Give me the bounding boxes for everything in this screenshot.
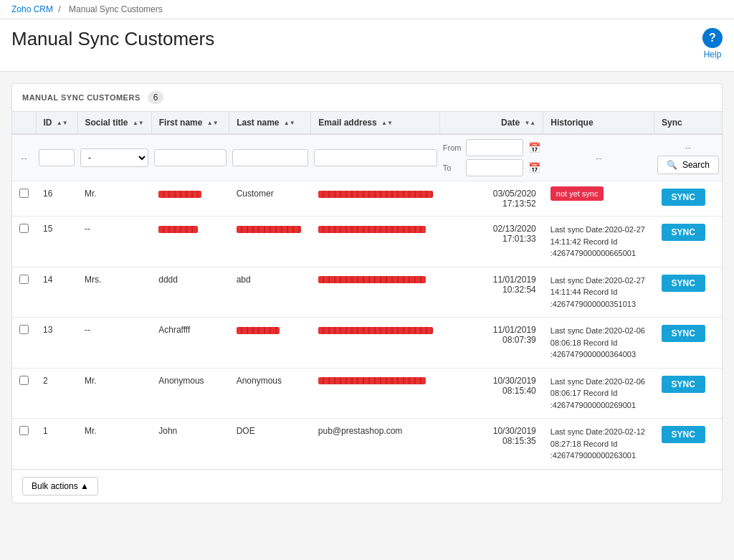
row-checkbox[interactable] — [19, 426, 29, 435]
row-checkbox-cell — [12, 217, 36, 267]
row-date: 10/30/201908:15:40 — [440, 368, 543, 419]
row-email — [311, 267, 440, 318]
filter-email-input[interactable] — [314, 149, 437, 166]
first-name-sort-icon[interactable]: ▲▼ — [207, 120, 219, 126]
search-icon: 🔍 — [667, 160, 677, 170]
row-date: 02/13/202017:01:33 — [440, 217, 543, 267]
filter-search-cell: -- 🔍 Search — [654, 134, 722, 181]
to-label: To — [443, 163, 463, 172]
row-last-name: abd — [229, 267, 311, 318]
bulk-actions-button[interactable]: Bulk actions ▲ — [22, 477, 98, 495]
filter-date-to-input[interactable] — [466, 159, 523, 176]
filter-social-title-cell: - Mr. Mrs. — [77, 134, 151, 181]
row-historique: Last sync Date:2020-02-27 14:11:42 Recor… — [543, 217, 654, 267]
th-email: Email address ▲▼ — [311, 112, 440, 134]
filter-social-title-select[interactable]: - Mr. Mrs. — [80, 148, 148, 167]
row-sync-cell: SYNC — [654, 318, 722, 369]
row-first-name: John — [151, 419, 229, 469]
row-first-name: dddd — [151, 267, 229, 318]
row-last-name: DOE — [229, 419, 311, 469]
help-button[interactable]: ? Help — [702, 28, 723, 60]
sync-button[interactable]: SYNC — [662, 275, 705, 292]
calendar-to-icon[interactable]: 📅 — [528, 162, 540, 174]
filter-email-cell — [311, 134, 440, 181]
row-social-title: -- — [77, 318, 151, 369]
row-date: 11/01/201910:32:54 — [440, 267, 543, 318]
historique-text: Last sync Date:2020-02-06 08:06:18 Recor… — [550, 326, 645, 359]
row-checkbox[interactable] — [19, 376, 29, 385]
search-button[interactable]: 🔍 Search — [657, 156, 719, 174]
redacted-email — [318, 226, 426, 233]
sync-button[interactable]: SYNC — [662, 224, 705, 241]
breadcrumb-crm-link[interactable]: Zoho CRM — [11, 4, 53, 14]
last-name-sort-icon[interactable]: ▲▼ — [284, 120, 295, 126]
th-last-name: Last name ▲▼ — [229, 112, 311, 134]
th-id: ID ▲▼ — [36, 112, 77, 134]
id-sort-icon[interactable]: ▲▼ — [57, 120, 68, 126]
row-checkbox[interactable] — [19, 325, 29, 334]
table-section: MANUAL SYNC CUSTOMERS 6 ID ▲▼ Social tit… — [11, 83, 723, 503]
th-first-name: First name ▲▼ — [151, 112, 229, 134]
breadcrumb-separator: / — [58, 4, 60, 14]
filter-id-cell — [36, 134, 77, 181]
row-historique: Last sync Date:2020-02-06 08:06:18 Recor… — [543, 318, 654, 369]
row-sync-cell: SYNC — [654, 181, 722, 217]
redacted-email — [318, 276, 426, 283]
row-id: 13 — [36, 318, 77, 369]
redacted-last-name — [237, 327, 280, 334]
row-last-name: Anonymous — [229, 368, 311, 419]
main-content: MANUAL SYNC CUSTOMERS 6 ID ▲▼ Social tit… — [0, 72, 734, 515]
breadcrumb-page: Manual Sync Customers — [69, 4, 163, 14]
row-checkbox[interactable] — [19, 224, 29, 233]
row-social-title: Mrs. — [77, 267, 151, 318]
row-date: 11/01/201908:07:39 — [440, 318, 543, 369]
th-social-title: Social title ▲▼ — [77, 112, 151, 134]
redacted-email — [318, 191, 433, 198]
row-sync-cell: SYNC — [654, 267, 722, 318]
filter-first-name-input[interactable] — [154, 149, 226, 166]
bulk-actions-bar: Bulk actions ▲ — [12, 469, 722, 503]
row-email — [311, 181, 440, 217]
filter-last-name-cell — [229, 134, 311, 181]
table-row: 1Mr.JohnDOEpub@prestashop.com10/30/20190… — [12, 419, 722, 469]
th-checkbox — [12, 112, 36, 134]
row-id: 14 — [36, 267, 77, 318]
redacted-first-name — [158, 226, 198, 233]
row-checkbox[interactable] — [19, 275, 29, 284]
sync-button[interactable]: SYNC — [662, 426, 705, 443]
table-row: 16Mr.Customer03/05/202017:13:52not yet s… — [12, 181, 722, 217]
row-social-title: Mr. — [77, 181, 151, 217]
filter-date-from-input[interactable] — [466, 139, 523, 156]
filter-last-name-input[interactable] — [232, 149, 308, 166]
date-sort-icon[interactable]: ▼▲ — [524, 120, 535, 126]
sync-button[interactable]: SYNC — [662, 325, 705, 342]
row-social-title: -- — [77, 217, 151, 267]
table-header-row: ID ▲▼ Social title ▲▼ First name ▲▼ Last… — [12, 112, 722, 134]
filter-first-name-cell — [151, 134, 229, 181]
redacted-email — [318, 327, 433, 334]
not-yet-sync-badge: not yet sync — [550, 186, 604, 201]
row-id: 2 — [36, 368, 77, 419]
row-id: 15 — [36, 217, 77, 267]
row-first-name: Anonymous — [151, 368, 229, 419]
filter-id-input[interactable] — [39, 149, 75, 166]
table-row: 14Mrs.ddddabd11/01/201910:32:54Last sync… — [12, 267, 722, 318]
row-historique: Last sync Date:2020-02-27 14:11:44 Recor… — [543, 267, 654, 318]
row-sync-cell: SYNC — [654, 217, 722, 267]
email-sort-icon[interactable]: ▲▼ — [381, 120, 393, 126]
row-checkbox-cell — [12, 267, 36, 318]
customers-table: ID ▲▼ Social title ▲▼ First name ▲▼ Last… — [12, 112, 722, 469]
calendar-from-icon[interactable]: 📅 — [528, 142, 540, 153]
page-title: Manual Sync Customers — [11, 28, 214, 50]
row-first-name: Achraffff — [151, 318, 229, 369]
sync-button[interactable]: SYNC — [662, 376, 705, 393]
row-email: pub@prestashop.com — [311, 419, 440, 469]
social-title-sort-icon[interactable]: ▲▼ — [133, 120, 144, 126]
row-checkbox[interactable] — [19, 189, 29, 198]
sync-button[interactable]: SYNC — [662, 189, 705, 206]
row-social-title: Mr. — [77, 368, 151, 419]
row-email — [311, 217, 440, 267]
row-id: 16 — [36, 181, 77, 217]
row-historique: Last sync Date:2020-02-12 08:27:18 Recor… — [543, 419, 654, 469]
filter-date-cell: From 📅 To 📅 — [440, 134, 543, 181]
